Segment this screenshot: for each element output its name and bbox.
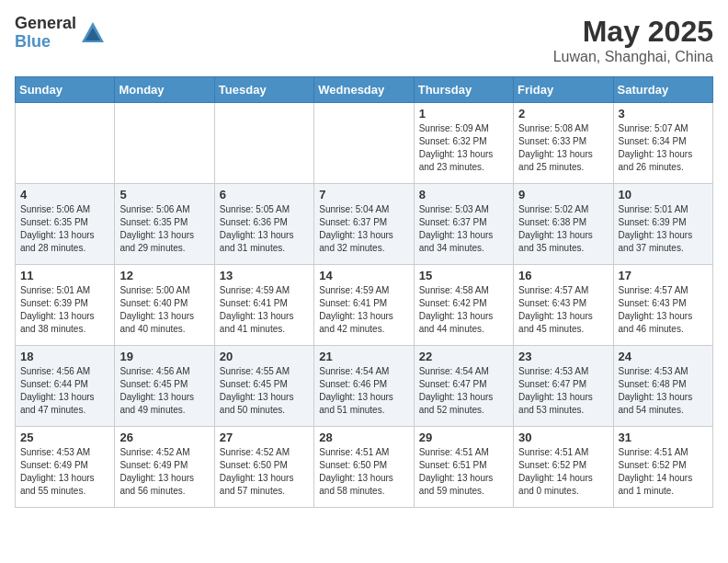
day-number: 7 bbox=[319, 188, 408, 201]
day-info: Sunrise: 4:55 AM Sunset: 6:45 PM Dayligh… bbox=[220, 365, 309, 417]
day-cell-11: 11Sunrise: 5:01 AM Sunset: 6:39 PM Dayli… bbox=[16, 265, 115, 346]
logo-icon bbox=[80, 20, 106, 46]
day-number: 14 bbox=[319, 269, 408, 282]
day-number: 16 bbox=[518, 269, 608, 282]
week-row-4: 18Sunrise: 4:56 AM Sunset: 6:44 PM Dayli… bbox=[16, 346, 713, 427]
day-cell-5: 5Sunrise: 5:06 AM Sunset: 6:35 PM Daylig… bbox=[115, 184, 214, 265]
day-number: 4 bbox=[20, 188, 109, 201]
day-cell-6: 6Sunrise: 5:05 AM Sunset: 6:36 PM Daylig… bbox=[214, 184, 313, 265]
day-cell-7: 7Sunrise: 5:04 AM Sunset: 6:37 PM Daylig… bbox=[314, 184, 414, 265]
page-header: General Blue May 2025 Luwan, Shanghai, C… bbox=[15, 15, 713, 65]
day-number: 22 bbox=[419, 350, 508, 363]
weekday-wednesday: Wednesday bbox=[314, 77, 414, 103]
day-cell-8: 8Sunrise: 5:03 AM Sunset: 6:37 PM Daylig… bbox=[414, 184, 513, 265]
day-info: Sunrise: 5:08 AM Sunset: 6:33 PM Dayligh… bbox=[518, 122, 608, 174]
day-info: Sunrise: 4:52 AM Sunset: 6:49 PM Dayligh… bbox=[119, 446, 209, 498]
weekday-monday: Monday bbox=[115, 77, 214, 103]
day-info: Sunrise: 4:56 AM Sunset: 6:45 PM Dayligh… bbox=[119, 365, 209, 417]
day-number: 21 bbox=[319, 350, 408, 363]
day-cell-22: 22Sunrise: 4:54 AM Sunset: 6:47 PM Dayli… bbox=[414, 346, 513, 427]
weekday-header-row: SundayMondayTuesdayWednesdayThursdayFrid… bbox=[16, 77, 713, 103]
day-cell-13: 13Sunrise: 4:59 AM Sunset: 6:41 PM Dayli… bbox=[214, 265, 313, 346]
day-cell-20: 20Sunrise: 4:55 AM Sunset: 6:45 PM Dayli… bbox=[214, 346, 313, 427]
day-info: Sunrise: 5:09 AM Sunset: 6:32 PM Dayligh… bbox=[419, 122, 508, 174]
week-row-1: 1Sunrise: 5:09 AM Sunset: 6:32 PM Daylig… bbox=[16, 103, 713, 184]
day-number: 24 bbox=[619, 350, 708, 363]
logo: General Blue bbox=[15, 15, 106, 52]
day-info: Sunrise: 5:02 AM Sunset: 6:38 PM Dayligh… bbox=[518, 203, 608, 255]
day-cell-12: 12Sunrise: 5:00 AM Sunset: 6:40 PM Dayli… bbox=[115, 265, 214, 346]
day-cell-4: 4Sunrise: 5:06 AM Sunset: 6:35 PM Daylig… bbox=[16, 184, 115, 265]
day-info: Sunrise: 4:53 AM Sunset: 6:49 PM Dayligh… bbox=[20, 446, 109, 498]
week-row-5: 25Sunrise: 4:53 AM Sunset: 6:49 PM Dayli… bbox=[16, 427, 713, 508]
day-info: Sunrise: 5:04 AM Sunset: 6:37 PM Dayligh… bbox=[319, 203, 408, 255]
day-info: Sunrise: 4:54 AM Sunset: 6:47 PM Dayligh… bbox=[419, 365, 508, 417]
weekday-sunday: Sunday bbox=[16, 77, 115, 103]
day-number: 26 bbox=[119, 431, 209, 444]
day-number: 9 bbox=[518, 188, 608, 201]
day-cell-30: 30Sunrise: 4:51 AM Sunset: 6:52 PM Dayli… bbox=[514, 427, 613, 508]
day-info: Sunrise: 4:53 AM Sunset: 6:47 PM Dayligh… bbox=[518, 365, 608, 417]
empty-cell bbox=[314, 103, 414, 184]
day-number: 12 bbox=[119, 269, 209, 282]
day-cell-17: 17Sunrise: 4:57 AM Sunset: 6:43 PM Dayli… bbox=[613, 265, 712, 346]
week-row-2: 4Sunrise: 5:06 AM Sunset: 6:35 PM Daylig… bbox=[16, 184, 713, 265]
day-number: 3 bbox=[619, 107, 708, 121]
day-info: Sunrise: 4:58 AM Sunset: 6:42 PM Dayligh… bbox=[419, 284, 508, 336]
day-cell-26: 26Sunrise: 4:52 AM Sunset: 6:49 PM Dayli… bbox=[115, 427, 214, 508]
day-info: Sunrise: 5:01 AM Sunset: 6:39 PM Dayligh… bbox=[619, 203, 708, 255]
day-cell-1: 1Sunrise: 5:09 AM Sunset: 6:32 PM Daylig… bbox=[414, 103, 513, 184]
day-cell-10: 10Sunrise: 5:01 AM Sunset: 6:39 PM Dayli… bbox=[613, 184, 712, 265]
day-info: Sunrise: 4:51 AM Sunset: 6:52 PM Dayligh… bbox=[619, 446, 708, 498]
day-number: 30 bbox=[518, 431, 608, 444]
weekday-saturday: Saturday bbox=[613, 77, 712, 103]
day-info: Sunrise: 4:57 AM Sunset: 6:43 PM Dayligh… bbox=[518, 284, 608, 336]
empty-cell bbox=[115, 103, 214, 184]
day-cell-31: 31Sunrise: 4:51 AM Sunset: 6:52 PM Dayli… bbox=[613, 427, 712, 508]
day-cell-28: 28Sunrise: 4:51 AM Sunset: 6:50 PM Dayli… bbox=[314, 427, 414, 508]
day-info: Sunrise: 5:06 AM Sunset: 6:35 PM Dayligh… bbox=[119, 203, 209, 255]
week-row-3: 11Sunrise: 5:01 AM Sunset: 6:39 PM Dayli… bbox=[16, 265, 713, 346]
day-number: 28 bbox=[319, 431, 408, 444]
day-info: Sunrise: 5:07 AM Sunset: 6:34 PM Dayligh… bbox=[619, 122, 708, 174]
day-number: 20 bbox=[220, 350, 309, 363]
day-cell-9: 9Sunrise: 5:02 AM Sunset: 6:38 PM Daylig… bbox=[514, 184, 613, 265]
day-cell-2: 2Sunrise: 5:08 AM Sunset: 6:33 PM Daylig… bbox=[514, 103, 613, 184]
day-cell-18: 18Sunrise: 4:56 AM Sunset: 6:44 PM Dayli… bbox=[16, 346, 115, 427]
day-info: Sunrise: 4:59 AM Sunset: 6:41 PM Dayligh… bbox=[220, 284, 309, 336]
logo-general: General bbox=[15, 15, 76, 33]
day-info: Sunrise: 5:06 AM Sunset: 6:35 PM Dayligh… bbox=[20, 203, 109, 255]
day-cell-27: 27Sunrise: 4:52 AM Sunset: 6:50 PM Dayli… bbox=[214, 427, 313, 508]
day-number: 29 bbox=[419, 431, 508, 444]
day-info: Sunrise: 5:01 AM Sunset: 6:39 PM Dayligh… bbox=[20, 284, 109, 336]
weekday-friday: Friday bbox=[514, 77, 613, 103]
day-number: 19 bbox=[119, 350, 209, 363]
day-number: 6 bbox=[220, 188, 309, 201]
day-number: 8 bbox=[419, 188, 508, 201]
day-number: 13 bbox=[220, 269, 309, 282]
day-number: 1 bbox=[419, 107, 508, 121]
day-info: Sunrise: 4:51 AM Sunset: 6:52 PM Dayligh… bbox=[518, 446, 608, 498]
day-info: Sunrise: 4:54 AM Sunset: 6:46 PM Dayligh… bbox=[319, 365, 408, 417]
empty-cell bbox=[214, 103, 313, 184]
calendar-table: SundayMondayTuesdayWednesdayThursdayFrid… bbox=[15, 76, 713, 508]
day-cell-23: 23Sunrise: 4:53 AM Sunset: 6:47 PM Dayli… bbox=[514, 346, 613, 427]
day-info: Sunrise: 4:59 AM Sunset: 6:41 PM Dayligh… bbox=[319, 284, 408, 336]
day-info: Sunrise: 4:56 AM Sunset: 6:44 PM Dayligh… bbox=[20, 365, 109, 417]
day-info: Sunrise: 5:03 AM Sunset: 6:37 PM Dayligh… bbox=[419, 203, 508, 255]
day-cell-25: 25Sunrise: 4:53 AM Sunset: 6:49 PM Dayli… bbox=[16, 427, 115, 508]
day-cell-21: 21Sunrise: 4:54 AM Sunset: 6:46 PM Dayli… bbox=[314, 346, 414, 427]
day-info: Sunrise: 4:53 AM Sunset: 6:48 PM Dayligh… bbox=[619, 365, 708, 417]
day-cell-16: 16Sunrise: 4:57 AM Sunset: 6:43 PM Dayli… bbox=[514, 265, 613, 346]
day-info: Sunrise: 5:05 AM Sunset: 6:36 PM Dayligh… bbox=[220, 203, 309, 255]
month-title: May 2025 bbox=[553, 15, 713, 49]
day-number: 31 bbox=[619, 431, 708, 444]
logo-blue: Blue bbox=[15, 33, 76, 52]
day-cell-29: 29Sunrise: 4:51 AM Sunset: 6:51 PM Dayli… bbox=[414, 427, 513, 508]
day-info: Sunrise: 4:51 AM Sunset: 6:50 PM Dayligh… bbox=[319, 446, 408, 498]
weekday-tuesday: Tuesday bbox=[214, 77, 313, 103]
day-number: 10 bbox=[619, 188, 708, 201]
weekday-thursday: Thursday bbox=[414, 77, 513, 103]
day-cell-3: 3Sunrise: 5:07 AM Sunset: 6:34 PM Daylig… bbox=[613, 103, 712, 184]
day-number: 11 bbox=[20, 269, 109, 282]
